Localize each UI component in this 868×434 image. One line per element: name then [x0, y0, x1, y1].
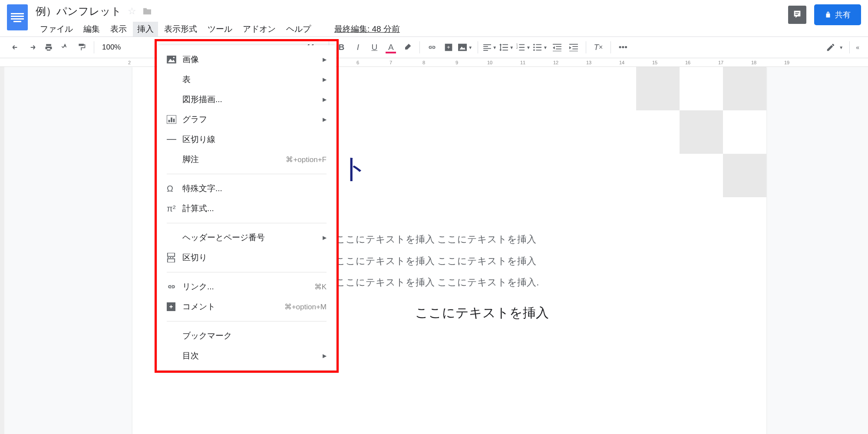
paint-format-button[interactable] [75, 40, 89, 54]
menu-item-link[interactable]: リンク... ⌘K [157, 277, 336, 297]
menu-item-comment[interactable]: コメント ⌘+option+M [157, 297, 336, 317]
insert-comment-button[interactable]: + [442, 40, 455, 54]
underline-button[interactable]: U [367, 40, 381, 54]
expand-button[interactable]: « [856, 44, 859, 51]
menu-item-horizontal-line[interactable]: 区切り線 [157, 129, 336, 149]
svg-point-10 [533, 50, 535, 51]
share-label: 共有 [835, 10, 851, 20]
chevron-right-icon: ▶ [323, 56, 327, 63]
svg-rect-22 [168, 259, 175, 262]
redo-button[interactable] [25, 40, 39, 54]
bulleted-list-button[interactable]: ▼ [533, 43, 548, 51]
undo-button[interactable] [9, 40, 23, 54]
comment-plus-icon [167, 302, 182, 311]
svg-rect-4 [458, 44, 467, 51]
chevron-right-icon: ▶ [323, 116, 327, 123]
document-title[interactable]: 例）パンフレット [36, 4, 122, 18]
menu-item-header-page-number[interactable]: ヘッダーとページ番号 ▶ [157, 228, 336, 248]
decrease-indent-button[interactable] [550, 40, 564, 54]
print-button[interactable] [42, 40, 56, 54]
svg-point-8 [533, 44, 535, 46]
menu-item-footnote[interactable]: 脚注 ⌘+option+F [157, 149, 336, 169]
menu-insert[interactable]: 挿入 [133, 22, 158, 36]
folder-icon[interactable] [142, 7, 152, 15]
chevron-right-icon: ▶ [323, 96, 327, 103]
star-icon[interactable]: ☆ [128, 6, 136, 17]
insert-dropdown-menu: 画像 ▶ 表 ▶ 図形描画... ▶ グラフ ▶ 区切り線 脚注 ⌘+optio… [157, 45, 336, 370]
docs-logo-icon[interactable] [7, 4, 28, 30]
menu-format[interactable]: 表示形式 [160, 22, 201, 36]
svg-rect-21 [168, 253, 175, 256]
menu-item-equation[interactable]: π² 計算式... [157, 199, 336, 219]
text-color-button[interactable]: A [384, 40, 398, 54]
ruler[interactable]: 2 6 7 8 9 10 11 12 13 14 15 16 17 18 19 [0, 58, 868, 67]
menu-item-chart[interactable]: グラフ ▶ [157, 109, 336, 129]
svg-marker-12 [569, 46, 571, 49]
more-button[interactable]: ••• [616, 40, 630, 54]
svg-point-9 [533, 46, 535, 48]
svg-rect-0 [795, 13, 799, 13]
chevron-right-icon: ▶ [323, 353, 327, 359]
menu-item-bookmark[interactable]: ブックマーク [157, 326, 336, 346]
svg-rect-17 [168, 120, 170, 122]
page-break-icon [167, 253, 182, 262]
comments-button[interactable] [788, 6, 806, 24]
menu-tools[interactable]: ツール [203, 22, 237, 36]
menu-item-toc[interactable]: 目次 ▶ [157, 346, 336, 366]
svg-marker-11 [553, 46, 555, 49]
menu-item-break[interactable]: 区切り [157, 248, 336, 268]
menu-item-table[interactable]: 表 ▶ [157, 70, 336, 89]
insert-image-button[interactable]: ▼ [458, 43, 472, 51]
menu-item-drawing[interactable]: 図形描画... ▶ [157, 89, 336, 109]
chevron-right-icon: ▶ [323, 76, 327, 83]
svg-point-15 [173, 57, 175, 59]
share-button[interactable]: 共有 [814, 4, 861, 25]
svg-rect-1 [795, 14, 798, 15]
menu-help[interactable]: ヘルプ [282, 22, 315, 36]
svg-rect-18 [171, 117, 172, 122]
align-button[interactable]: ▼ [483, 44, 497, 51]
link-icon [167, 284, 182, 289]
zoom-dropdown[interactable]: 100% [99, 43, 123, 52]
chevron-right-icon: ▶ [323, 235, 327, 241]
menu-view[interactable]: 表示 [106, 22, 131, 36]
omega-icon: Ω [167, 184, 182, 194]
clear-formatting-button[interactable]: T× [591, 40, 605, 54]
pi-icon: π² [167, 204, 182, 214]
image-icon [167, 56, 182, 63]
svg-text:2: 2 [516, 46, 518, 49]
highlight-button[interactable] [400, 40, 414, 54]
svg-rect-20 [167, 139, 176, 140]
spellcheck-button[interactable] [58, 40, 72, 54]
svg-text:+: + [447, 44, 450, 50]
italic-button[interactable]: I [351, 40, 365, 54]
menu-item-image[interactable]: 画像 ▶ [157, 50, 336, 70]
chart-icon [167, 115, 182, 124]
increase-indent-button[interactable] [567, 40, 581, 54]
bold-button[interactable]: B [334, 40, 348, 54]
svg-rect-13 [167, 56, 176, 63]
insert-link-button[interactable] [425, 40, 439, 54]
editing-mode-button[interactable] [826, 43, 835, 52]
svg-rect-19 [173, 119, 175, 122]
menu-file[interactable]: ファイル [36, 22, 77, 36]
line-spacing-button[interactable]: ▼ [499, 43, 514, 51]
menu-item-special-chars[interactable]: Ω 特殊文字... [157, 179, 336, 199]
horizontal-line-icon [167, 139, 182, 140]
menu-edit[interactable]: 編集 [79, 22, 104, 36]
numbered-list-button[interactable]: 12 ▼ [516, 43, 531, 51]
menu-addons[interactable]: アドオン [238, 22, 280, 36]
last-edit-link[interactable]: 最終編集: 48 分前 [330, 22, 404, 36]
